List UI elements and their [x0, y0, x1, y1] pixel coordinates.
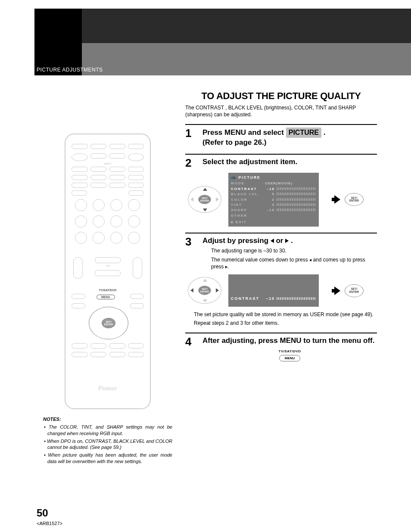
step-4-title: After adjusting, press MENU to turn the … [202, 336, 377, 346]
page-number: 50 [37, 507, 48, 519]
top-bar [34, 9, 411, 43]
note-item: When DPO is on, CONTRAST, BLACK LEVEL an… [43, 438, 172, 451]
step-1-title: Press MENU and select PICTURE . (Refer t… [202, 128, 377, 148]
step-3-repeat: Repeat steps 2 and 3 for other items. [194, 320, 377, 327]
menu-button-diagram: TV/SAT/DVD MENU [202, 349, 377, 361]
step-number: 4 [185, 336, 196, 361]
picture-badge: PICTURE [286, 128, 321, 138]
intro-text: The CONTRAST , BLACK LEVEL (brightness),… [185, 104, 377, 118]
menu-button: MENU [279, 355, 301, 361]
step-3-range: The adjusting range is –30 to 30. [211, 247, 377, 254]
remote-menu-button: MENU [97, 295, 115, 299]
set-enter-button: SET/ENTER [345, 284, 364, 297]
brand-logo: Pioneer [65, 385, 150, 392]
doc-code: <ARB1527> [37, 521, 62, 526]
notes-heading: NOTES: [43, 416, 172, 423]
set-enter-button: SET/ENTER [345, 193, 364, 206]
arrow-right-icon [334, 286, 340, 295]
page-title: TO ADJUST THE PICTURE QUALITY [185, 90, 377, 102]
osd-picture-menu: 📺 PICTURE MODE: USER(MOVIE) CONTRAST–10 … [228, 173, 319, 226]
left-arrow-icon [271, 239, 274, 243]
dpad-icon: SET/ENTER [185, 274, 224, 307]
right-arrow-icon [285, 239, 289, 243]
note-item: The COLOR, TINT, and SHARP settings may … [43, 424, 172, 437]
step-3-title: Adjust by pressing or . [202, 236, 377, 246]
notes-block: NOTES: The COLOR, TINT, and SHARP settin… [43, 416, 172, 465]
remote-illustration: INPUT CH TV/SAT/DVD MENU [65, 134, 151, 409]
remote-tv-label: TV/SAT/DVD [65, 289, 150, 292]
step-number: 1 [185, 128, 196, 148]
step-2-title: Select the adjustment item. [202, 157, 377, 167]
dpad-icon: SET/ENTER [185, 184, 224, 216]
note-item: When picture quality has been adjusted, … [43, 452, 172, 465]
step-3-note: The set picture quality will be stored i… [194, 311, 377, 318]
step-3-diagram: SET/ENTER CONTRAST–10 SET/ENTER [185, 274, 377, 307]
arrow-right-icon [334, 195, 340, 204]
step-3-desc: The numerical value comes down to press … [211, 256, 377, 270]
step-number: 2 [185, 157, 196, 168]
step-number: 3 [185, 236, 196, 271]
step-2-diagram: SET/ENTER 📺 PICTURE MODE: USER(MOVIE) CO… [185, 173, 377, 226]
osd-contrast-bar: CONTRAST–10 [228, 274, 319, 307]
section-label: PICTURE ADJUSTMENTS [37, 67, 103, 73]
